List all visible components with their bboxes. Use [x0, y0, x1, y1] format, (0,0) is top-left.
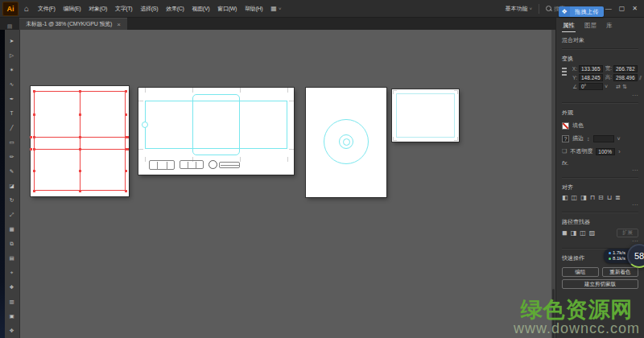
panel-menu-icon[interactable]: ▤: [0, 23, 19, 30]
rectangle-tool[interactable]: ▭: [5, 139, 19, 146]
align-horizontal-left-icon[interactable]: ◧: [562, 194, 568, 201]
close-button[interactable]: ✕: [632, 5, 638, 12]
maximize-button[interactable]: ▢: [619, 5, 625, 12]
pencil-tool[interactable]: ✎: [5, 168, 19, 175]
speed-monitor-widget[interactable]: 1.7k/s 8.1k/s 58: [604, 244, 644, 268]
tab-close-icon[interactable]: ×: [117, 21, 121, 28]
lasso-tool[interactable]: ∿: [5, 81, 19, 88]
gradient-tool[interactable]: ▤: [5, 255, 19, 262]
upload-badge-label: 拖拽上传: [570, 8, 604, 16]
home-icon[interactable]: ⌂: [24, 4, 29, 13]
type-tool[interactable]: T: [5, 110, 19, 117]
tab-layers[interactable]: 图层: [584, 22, 597, 31]
arrange-documents-icon[interactable]: ▦: [270, 5, 277, 12]
tab-libraries[interactable]: 库: [605, 22, 613, 31]
align-horizontal-right-icon[interactable]: ◨: [580, 194, 587, 201]
menu-item[interactable]: 帮助(H): [242, 2, 266, 15]
minus-front-icon[interactable]: ◨: [571, 229, 577, 237]
menu-item[interactable]: 文字(T): [112, 2, 135, 15]
height-field[interactable]: 298.496: [613, 74, 638, 81]
box-band-bottom-line: [34, 149, 126, 150]
distribute-icon[interactable]: ≣: [615, 194, 621, 201]
instruction-diagram-2: [180, 160, 204, 169]
artboard-1-box-template[interactable]: [31, 86, 129, 196]
line-segment-tool[interactable]: ╱: [5, 125, 19, 131]
effects-fx-icon[interactable]: fx.: [562, 159, 638, 167]
flip-vertical-icon[interactable]: ⇅: [622, 84, 627, 90]
opacity-chevron-icon[interactable]: ›: [618, 149, 620, 155]
canvas[interactable]: [20, 30, 555, 338]
align-vertical-center-icon[interactable]: ⊟: [598, 194, 604, 201]
watermark-title: 绿色资源网: [514, 299, 640, 321]
minimize-button[interactable]: —: [605, 5, 612, 12]
paintbrush-tool[interactable]: ✏: [5, 154, 19, 160]
pen-tool[interactable]: ✒: [5, 96, 19, 102]
menu-item[interactable]: 编辑(E): [60, 2, 85, 15]
constrain-proportions-icon[interactable]: ⫽: [639, 75, 642, 81]
menu-item[interactable]: 窗口(W): [214, 2, 240, 15]
intersect-icon[interactable]: ◫: [580, 229, 586, 237]
opacity-field[interactable]: 100%: [596, 148, 615, 155]
upload-dot-icon: [609, 252, 611, 254]
eyedropper-tool[interactable]: ⌖: [5, 270, 19, 276]
app-logo-icon[interactable]: Ai: [2, 2, 19, 16]
artboard-3-disc[interactable]: [306, 88, 386, 197]
menubar: Ai ⌂ 文件(F)编辑(E)对象(O)文字(T)选择(S)效果(C)视图(V)…: [0, 0, 644, 18]
speed-score-circle[interactable]: 58: [627, 244, 644, 268]
angle-dropdown-icon[interactable]: ˅: [605, 84, 608, 89]
menu-item[interactable]: 文件(F): [35, 2, 58, 15]
hand-tool[interactable]: ✥: [5, 328, 19, 334]
magic-wand-tool[interactable]: ✶: [5, 67, 19, 73]
chevron-down-icon: ˅: [530, 6, 533, 11]
document-tabbar: ▤ 未标题-1 @ 38% (CMYK/GPU 预览) ×: [0, 18, 555, 30]
fill-none-swatch[interactable]: [562, 122, 569, 130]
stroke-weight-stepper[interactable]: ↕: [587, 136, 590, 142]
tools-list: ➤▷✶∿✒T╱▭✏✎◪↻⤢▦⧉▤⌖❖▥▣✥⌕: [5, 31, 19, 338]
appearance-more-options[interactable]: ···: [562, 168, 638, 173]
exclude-icon[interactable]: ▨: [589, 229, 596, 237]
direct-selection-tool[interactable]: ▷: [5, 52, 19, 59]
stroke-dropdown-icon[interactable]: ˅: [617, 136, 621, 142]
width-label: 宽:: [605, 65, 612, 72]
unite-icon[interactable]: ◼: [562, 229, 568, 237]
align-horizontal-center-icon[interactable]: ◫: [572, 194, 578, 201]
menu-item[interactable]: 效果(C): [163, 2, 187, 15]
artboard-tool[interactable]: ▣: [5, 313, 19, 319]
reference-point-selector[interactable]: [562, 68, 567, 77]
flip-horizontal-icon[interactable]: ⇄: [616, 84, 621, 90]
align-more-options[interactable]: ···: [562, 203, 638, 208]
align-vertical-top-icon[interactable]: ⊓: [590, 194, 595, 201]
stroke-mixed-swatch[interactable]: ?: [562, 135, 569, 142]
free-transform-tool[interactable]: ▦: [5, 226, 19, 233]
column-graph-tool[interactable]: ▥: [5, 299, 19, 305]
make-clipping-mask-button[interactable]: 建立剪切蒙版: [562, 279, 638, 289]
blend-tool[interactable]: ❖: [5, 284, 19, 291]
x-field[interactable]: 133.365: [579, 65, 603, 72]
group-button[interactable]: 编组: [562, 267, 599, 277]
document-tab[interactable]: 未标题-1 @ 38% (CMYK/GPU 预览) ×: [19, 18, 127, 30]
artboard-2-sleeve-template[interactable]: [138, 88, 294, 175]
menu-item[interactable]: 选择(S): [137, 2, 161, 15]
menu-item[interactable]: 视图(V): [188, 2, 213, 15]
recolor-button[interactable]: 重新着色: [602, 267, 639, 277]
transform-more-options[interactable]: ···: [562, 93, 638, 98]
width-field[interactable]: 266.782: [613, 65, 638, 72]
upload-tooltip-badge[interactable]: ❖ 拖拽上传: [559, 6, 604, 17]
rotate-tool[interactable]: ↻: [5, 197, 19, 204]
align-vertical-bottom-icon[interactable]: ⊔: [607, 194, 612, 201]
menu-item[interactable]: 对象(O): [85, 2, 110, 15]
shape-builder-tool[interactable]: ⧉: [5, 241, 19, 247]
workspace-switcher[interactable]: 基本功能 ˅: [506, 5, 533, 13]
y-field[interactable]: 148.245: [579, 74, 603, 81]
align-section-title: 对齐: [562, 183, 638, 192]
eraser-tool[interactable]: ◪: [5, 183, 19, 189]
rotate-field[interactable]: 0°: [579, 83, 603, 90]
scale-tool[interactable]: ⤢: [5, 212, 19, 218]
artboard-4-label-card[interactable]: [392, 89, 459, 142]
appearance-section-title: 外观: [562, 109, 638, 117]
expand-button[interactable]: 扩展: [617, 229, 638, 237]
box-band-top-line: [34, 137, 126, 138]
stroke-weight-field[interactable]: [593, 135, 614, 142]
selection-tool[interactable]: ➤: [5, 38, 19, 44]
tab-properties[interactable]: 属性: [562, 22, 576, 32]
